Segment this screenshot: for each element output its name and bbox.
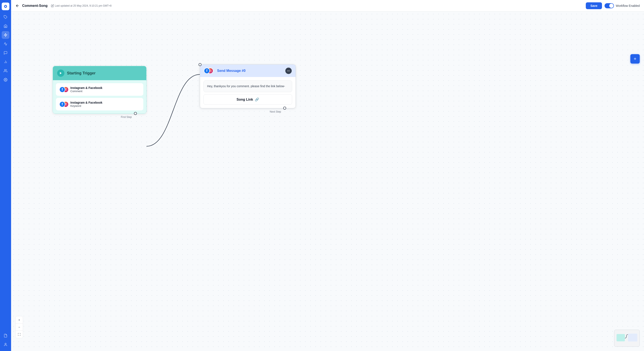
header: Comment-Song Last updated at 25 May 2024… — [11, 0, 644, 12]
facebook-icon: f — [59, 86, 65, 92]
trigger-item-comment[interactable]: f Instagram & Facebook Comment — [56, 83, 143, 96]
link-icon: 🔗 — [255, 98, 259, 102]
last-updated: Last updated at 25 May 2024, 9:10:21 pm … — [51, 4, 112, 7]
send-message-title: Send Message #0 — [217, 69, 283, 73]
sidebar-item-profile[interactable] — [2, 341, 10, 348]
send-more-button[interactable]: ••• — [285, 68, 292, 74]
social-icons-comment: f — [59, 86, 68, 92]
next-step-dot[interactable] — [283, 106, 286, 110]
app-logo — [2, 2, 10, 10]
workflow-enabled-label: Workflow Enabled — [616, 4, 640, 8]
song-link-label: Song Link — [236, 98, 253, 102]
send-body: Hey, thankyou for you comment. please fi… — [200, 77, 296, 108]
add-node-button[interactable]: + — [630, 54, 640, 64]
trigger-header: Starting Trigger — [53, 66, 146, 80]
zoom-in-button[interactable]: + — [16, 316, 23, 324]
first-step-dot[interactable] — [134, 112, 137, 115]
svg-marker-2 — [4, 34, 7, 37]
connection-svg — [11, 12, 644, 351]
back-button[interactable] — [15, 4, 20, 8]
workflow-canvas[interactable]: Starting Trigger f Instagram & Facebook … — [11, 12, 644, 351]
send-link-box[interactable]: Song Link 🔗 — [204, 94, 292, 105]
social-icons-keyword: f — [59, 101, 68, 107]
first-step-label: First Step — [121, 116, 132, 118]
send-header: f Send Message #0 ••• — [200, 64, 296, 77]
workflow-toggle-wrap: Workflow Enabled — [604, 3, 640, 8]
trigger-item-comment-text: Instagram & Facebook Comment — [70, 86, 102, 93]
trigger-title: Starting Trigger — [67, 71, 96, 76]
svg-point-15 — [65, 104, 66, 104]
sidebar-item-broadcast[interactable] — [2, 40, 10, 48]
sidebar-item-settings[interactable] — [2, 76, 10, 84]
svg-marker-10 — [60, 72, 62, 74]
send-social-icons: f — [204, 68, 215, 74]
zoom-out-button[interactable]: − — [16, 324, 23, 331]
trigger-comment-sub: Comment — [70, 90, 102, 93]
zoom-controls: + − — [15, 316, 23, 338]
sidebar-item-home[interactable] — [2, 22, 10, 30]
sidebar-item-audience[interactable] — [2, 67, 10, 75]
sidebar-item-analytics[interactable] — [2, 58, 10, 66]
fit-screen-button[interactable] — [16, 331, 23, 338]
trigger-keyword-title: Instagram & Facebook — [70, 101, 102, 104]
facebook-icon-2: f — [59, 101, 65, 107]
trigger-item-keyword[interactable]: f Instagram & Facebook Keyword — [56, 98, 143, 110]
trigger-node: Starting Trigger f Instagram & Facebook … — [53, 66, 146, 114]
svg-point-8 — [5, 343, 6, 344]
sidebar-item-messages[interactable] — [2, 49, 10, 57]
minimap — [614, 330, 640, 347]
sidebar-item-docs[interactable] — [2, 332, 10, 340]
send-message-node: f Send Message #0 ••• Hey, thankyou for … — [200, 64, 296, 108]
next-step-label: Next Step — [270, 110, 281, 113]
incoming-dot — [198, 63, 202, 66]
svg-point-12 — [65, 89, 66, 90]
send-message-text: Hey, thankyou for you comment. please fi… — [204, 80, 292, 92]
trigger-keyword-sub: Keyword — [70, 104, 102, 108]
sidebar-bottom — [2, 332, 10, 348]
workflow-toggle[interactable] — [604, 3, 614, 8]
trigger-body: f Instagram & Facebook Comment f — [53, 80, 146, 114]
svg-point-18 — [210, 70, 211, 71]
svg-point-7 — [5, 79, 6, 80]
svg-rect-21 — [628, 334, 638, 342]
trigger-play-icon — [57, 70, 64, 77]
svg-point-6 — [4, 69, 6, 70]
workflow-title: Comment-Song — [22, 4, 48, 8]
trigger-comment-title: Instagram & Facebook — [70, 86, 102, 90]
svg-rect-20 — [616, 334, 625, 342]
trigger-item-keyword-text: Instagram & Facebook Keyword — [70, 101, 102, 108]
sidebar-item-automation[interactable] — [2, 31, 10, 39]
send-facebook-icon: f — [204, 68, 210, 74]
main: Comment-Song Last updated at 25 May 2024… — [11, 0, 644, 351]
save-button[interactable]: Save — [586, 2, 602, 9]
sidebar — [0, 0, 11, 351]
sidebar-item-tag[interactable] — [2, 13, 10, 21]
svg-point-0 — [5, 6, 6, 7]
